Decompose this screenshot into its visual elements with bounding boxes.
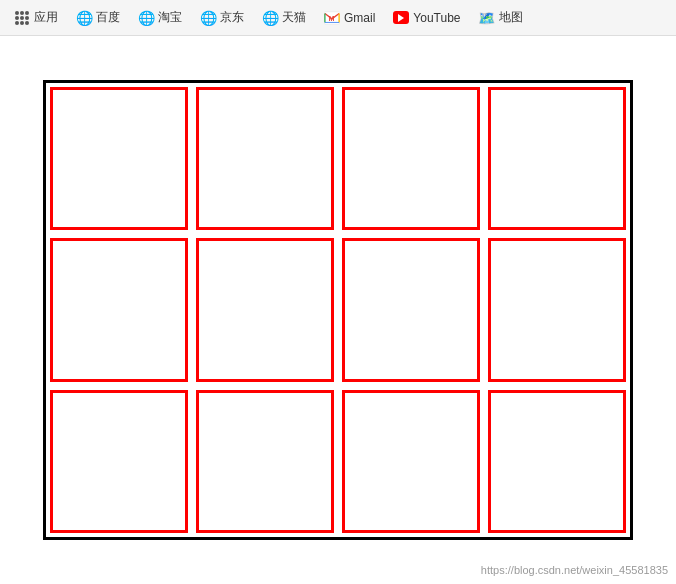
bookmark-tianmao-label: 天猫 bbox=[282, 9, 306, 26]
bookmark-youtube[interactable]: YouTube bbox=[385, 6, 468, 30]
bookmark-tianmao[interactable]: 🌐 天猫 bbox=[254, 5, 314, 30]
bookmark-gmail[interactable]: M Gmail bbox=[316, 6, 383, 30]
apps-icon bbox=[14, 10, 30, 26]
grid-cell-8 bbox=[488, 238, 626, 381]
bookmark-taobao-label: 淘宝 bbox=[158, 9, 182, 26]
bookmark-jingdong-label: 京东 bbox=[220, 9, 244, 26]
maps-icon: 🗺️ bbox=[479, 10, 495, 26]
bookmarks-bar: 应用 🌐 百度 🌐 淘宝 🌐 京东 🌐 天猫 M Gmail bbox=[0, 0, 676, 36]
gmail-icon: M bbox=[324, 10, 340, 26]
grid-cell-5 bbox=[50, 238, 188, 381]
grid-cell-12 bbox=[488, 390, 626, 533]
grid-cell-11 bbox=[342, 390, 480, 533]
grid-cell-3 bbox=[342, 87, 480, 230]
globe-icon-tianmao: 🌐 bbox=[262, 10, 278, 26]
bookmark-maps-label: 地图 bbox=[499, 9, 523, 26]
grid-cell-2 bbox=[196, 87, 334, 230]
bookmark-apps[interactable]: 应用 bbox=[6, 5, 66, 30]
watermark: https://blog.csdn.net/weixin_45581835 bbox=[481, 564, 668, 576]
svg-text:M: M bbox=[328, 14, 334, 22]
grid-cell-9 bbox=[50, 390, 188, 533]
globe-icon-jingdong: 🌐 bbox=[200, 10, 216, 26]
globe-icon-baidu: 🌐 bbox=[76, 10, 92, 26]
globe-icon-taobao: 🌐 bbox=[138, 10, 154, 26]
grid-cell-4 bbox=[488, 87, 626, 230]
bookmark-jingdong[interactable]: 🌐 京东 bbox=[192, 5, 252, 30]
youtube-icon bbox=[393, 10, 409, 26]
grid-container bbox=[43, 80, 633, 540]
page-content bbox=[0, 36, 676, 584]
grid-cell-1 bbox=[50, 87, 188, 230]
bookmark-gmail-label: Gmail bbox=[344, 11, 375, 25]
bookmark-maps[interactable]: 🗺️ 地图 bbox=[471, 5, 531, 30]
bookmark-youtube-label: YouTube bbox=[413, 11, 460, 25]
bookmark-baidu-label: 百度 bbox=[96, 9, 120, 26]
bookmark-taobao[interactable]: 🌐 淘宝 bbox=[130, 5, 190, 30]
grid-cell-6 bbox=[196, 238, 334, 381]
grid-cell-7 bbox=[342, 238, 480, 381]
bookmark-baidu[interactable]: 🌐 百度 bbox=[68, 5, 128, 30]
bookmark-apps-label: 应用 bbox=[34, 9, 58, 26]
grid-cell-10 bbox=[196, 390, 334, 533]
